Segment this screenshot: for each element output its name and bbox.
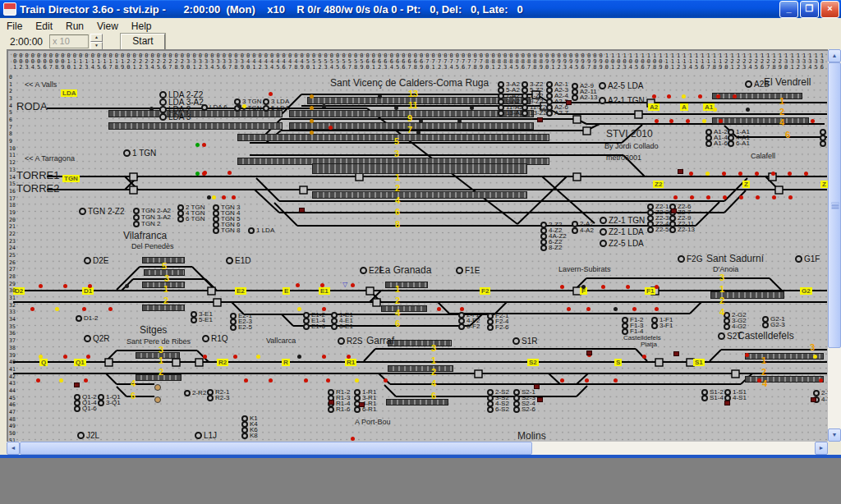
signal-label[interactable]: D1-2 — [76, 314, 98, 322]
signal-label[interactable]: J2L — [77, 431, 99, 440]
signal-light[interactable] — [772, 195, 776, 199]
signal-label[interactable]: E2-5 — [230, 323, 252, 331]
signal-head-icon[interactable] — [572, 94, 578, 101]
signal-label[interactable]: 4-G2 — [724, 323, 747, 330]
signal-head-icon[interactable] — [622, 328, 628, 335]
signal-head-icon[interactable] — [701, 395, 708, 401]
signal-head-icon[interactable] — [705, 140, 712, 147]
signal-light[interactable] — [149, 107, 154, 111]
signal-light[interactable] — [256, 355, 260, 359]
signal-light[interactable] — [207, 195, 211, 199]
signal-label[interactable]: A2-7 — [546, 109, 568, 117]
signal-light[interactable] — [63, 284, 67, 288]
signal-label[interactable]: A2-13 — [572, 94, 597, 101]
signal-light[interactable] — [705, 172, 710, 176]
menu-run[interactable]: Run — [59, 20, 90, 33]
switch-square[interactable] — [172, 359, 180, 366]
restore-button[interactable]: ❐ — [800, 1, 819, 18]
signal-light[interactable] — [212, 195, 216, 199]
signal-label[interactable]: 2-R2 — [184, 389, 206, 396]
signal-light[interactable] — [470, 106, 474, 110]
signal-light[interactable] — [416, 131, 420, 135]
signal-light[interactable] — [614, 307, 618, 311]
signal-label[interactable]: D2E — [84, 256, 108, 265]
signal-head-icon[interactable] — [177, 216, 184, 222]
signal-head-icon[interactable] — [600, 217, 607, 224]
signal-label[interactable]: 13-A2 — [498, 109, 523, 117]
spin-down-icon[interactable]: ▼ — [90, 42, 103, 50]
signal-head-icon[interactable] — [226, 257, 233, 264]
signal-light[interactable] — [682, 94, 686, 99]
signal-light[interactable] — [88, 284, 92, 288]
signal-light[interactable] — [560, 378, 564, 383]
menu-edit[interactable]: Edit — [29, 20, 59, 33]
signal-light[interactable] — [347, 355, 351, 359]
signal-label[interactable]: 5 LDA — [263, 104, 289, 112]
signal-light[interactable] — [788, 172, 792, 176]
track-segment[interactable] — [770, 278, 782, 291]
track-segment[interactable] — [255, 190, 279, 213]
track-segment[interactable] — [364, 349, 375, 361]
switch-square[interactable] — [130, 173, 137, 181]
signal-light[interactable] — [82, 307, 86, 311]
signal-label[interactable]: F1-4 — [622, 328, 643, 335]
signal-head-icon[interactable] — [84, 335, 91, 342]
signal-light[interactable] — [437, 307, 441, 311]
signal-head-icon[interactable] — [328, 406, 334, 413]
signal-light[interactable] — [203, 355, 207, 359]
horizontal-scrollbar[interactable]: ◄ ► — [7, 442, 828, 455]
signal-light[interactable] — [232, 195, 236, 199]
signal-label[interactable]: Q1-6 — [74, 405, 97, 412]
signal-light[interactable] — [457, 119, 462, 123]
track-segment[interactable] — [710, 350, 721, 361]
signal-head-icon[interactable] — [724, 323, 730, 330]
signal-light[interactable] — [310, 131, 314, 135]
scroll-right-icon[interactable]: ► — [815, 442, 828, 455]
signal-head-icon[interactable] — [600, 240, 607, 247]
signal-light[interactable] — [351, 283, 355, 287]
minimize-button[interactable]: _ — [779, 1, 798, 18]
signal-label[interactable]: 6-A1 — [728, 140, 750, 147]
signal-light[interactable] — [722, 172, 726, 176]
signal-light[interactable] — [739, 195, 743, 199]
signal-light[interactable] — [771, 172, 775, 176]
signal-label[interactable]: R1-6 — [328, 405, 350, 413]
signal-label[interactable]: E2F — [360, 266, 384, 275]
signal-label[interactable]: Z2-13 — [669, 226, 695, 233]
signal-label[interactable]: LDA 6 — [201, 103, 227, 111]
scroll-down-icon[interactable]: ▼ — [828, 428, 841, 442]
signal-head-icon[interactable] — [498, 110, 504, 117]
signal-label[interactable]: 6 — [820, 140, 828, 147]
signal-label[interactable]: S1-4 — [701, 394, 724, 401]
signal-label[interactable]: 6-F2 — [458, 323, 480, 330]
signal-head-icon[interactable] — [202, 335, 209, 342]
track-segment[interactable] — [106, 373, 117, 384]
signal-light[interactable] — [667, 94, 671, 99]
signal-light[interactable] — [560, 285, 564, 289]
signal-light[interactable] — [237, 104, 241, 108]
switch-square[interactable] — [373, 299, 380, 306]
menu-view[interactable]: View — [90, 20, 125, 33]
signal-label[interactable]: R1Q — [202, 334, 228, 343]
signal-head-icon[interactable] — [540, 245, 547, 251]
signal-light[interactable] — [322, 307, 326, 311]
signal-light[interactable] — [203, 171, 207, 175]
signal-light[interactable] — [125, 284, 129, 288]
signal-light[interactable] — [585, 378, 589, 383]
signal-head-icon[interactable] — [133, 221, 140, 227]
signal-head-icon[interactable] — [98, 400, 104, 406]
track-layout-canvas[interactable]: RODASant Vicenç de Calders-Coma RugaEl V… — [7, 49, 828, 442]
signal-head-icon[interactable] — [76, 315, 82, 322]
signal-light[interactable] — [108, 307, 113, 311]
signal-light[interactable] — [304, 378, 308, 383]
signal-light[interactable] — [689, 172, 693, 176]
signal-head-icon[interactable] — [84, 257, 91, 264]
signal-head-icon[interactable] — [718, 332, 725, 340]
signal-light[interactable] — [706, 195, 710, 199]
start-button[interactable]: Start — [121, 34, 165, 50]
title-bar[interactable]: Train Director 3.6o - stvi.zip - 2:00:00… — [0, 0, 841, 18]
signal-light[interactable] — [84, 378, 88, 383]
spin-up-icon[interactable]: ▲ — [90, 34, 103, 42]
signal-light[interactable] — [322, 355, 326, 359]
signal-light[interactable] — [39, 284, 43, 288]
